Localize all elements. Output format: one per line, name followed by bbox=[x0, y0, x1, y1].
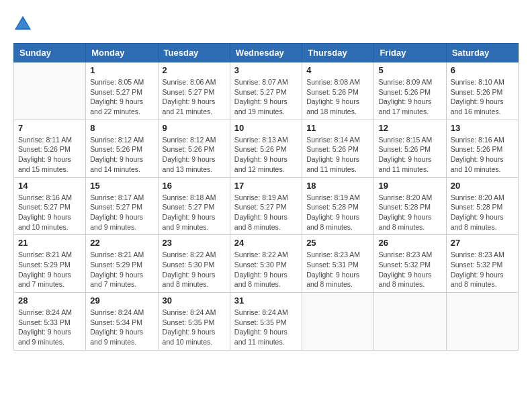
day-number: 23 bbox=[163, 238, 226, 248]
calendar-cell: 12Sunrise: 8:15 AM Sunset: 5:26 PM Dayli… bbox=[374, 120, 446, 177]
day-number: 22 bbox=[90, 238, 153, 248]
day-number: 29 bbox=[90, 295, 153, 306]
calendar-cell: 23Sunrise: 8:22 AM Sunset: 5:30 PM Dayli… bbox=[158, 235, 230, 293]
calendar-week-row-3: 14Sunrise: 8:16 AM Sunset: 5:27 PM Dayli… bbox=[14, 177, 519, 235]
calendar-cell: 13Sunrise: 8:16 AM Sunset: 5:26 PM Dayli… bbox=[446, 120, 518, 177]
calendar-cell: 20Sunrise: 8:20 AM Sunset: 5:28 PM Dayli… bbox=[446, 177, 518, 235]
calendar-cell: 6Sunrise: 8:10 AM Sunset: 5:26 PM Daylig… bbox=[446, 62, 518, 120]
weekday-header-wednesday: Wednesday bbox=[230, 44, 302, 62]
day-info: Sunrise: 8:22 AM Sunset: 5:30 PM Dayligh… bbox=[234, 250, 298, 289]
calendar-cell: 27Sunrise: 8:23 AM Sunset: 5:32 PM Dayli… bbox=[446, 235, 518, 293]
calendar-cell: 21Sunrise: 8:21 AM Sunset: 5:29 PM Dayli… bbox=[14, 235, 86, 293]
day-info: Sunrise: 8:06 AM Sunset: 5:27 PM Dayligh… bbox=[163, 77, 226, 117]
calendar-week-row-5: 28Sunrise: 8:24 AM Sunset: 5:33 PM Dayli… bbox=[14, 293, 519, 351]
day-number: 10 bbox=[234, 123, 298, 133]
day-info: Sunrise: 8:16 AM Sunset: 5:27 PM Dayligh… bbox=[18, 193, 81, 232]
weekday-header-sunday: Sunday bbox=[14, 44, 86, 62]
calendar-cell bbox=[302, 293, 374, 351]
day-number: 9 bbox=[163, 123, 226, 133]
calendar-cell: 4Sunrise: 8:08 AM Sunset: 5:26 PM Daylig… bbox=[302, 62, 374, 120]
weekday-header-thursday: Thursday bbox=[302, 44, 374, 62]
day-number: 27 bbox=[451, 238, 514, 248]
svg-marker-1 bbox=[16, 18, 30, 28]
calendar-cell: 17Sunrise: 8:19 AM Sunset: 5:27 PM Dayli… bbox=[230, 177, 302, 235]
day-info: Sunrise: 8:24 AM Sunset: 5:35 PM Dayligh… bbox=[234, 308, 298, 347]
day-info: Sunrise: 8:21 AM Sunset: 5:29 PM Dayligh… bbox=[90, 250, 153, 289]
day-number: 15 bbox=[90, 181, 153, 191]
day-number: 14 bbox=[18, 181, 81, 191]
calendar-cell: 25Sunrise: 8:23 AM Sunset: 5:31 PM Dayli… bbox=[302, 235, 374, 293]
day-info: Sunrise: 8:07 AM Sunset: 5:27 PM Dayligh… bbox=[234, 77, 298, 117]
calendar-cell: 5Sunrise: 8:09 AM Sunset: 5:26 PM Daylig… bbox=[374, 62, 446, 120]
day-number: 24 bbox=[234, 238, 298, 248]
weekday-header-friday: Friday bbox=[374, 44, 446, 62]
calendar-cell: 1Sunrise: 8:05 AM Sunset: 5:27 PM Daylig… bbox=[86, 62, 158, 120]
day-info: Sunrise: 8:20 AM Sunset: 5:28 PM Dayligh… bbox=[378, 193, 441, 232]
day-info: Sunrise: 8:16 AM Sunset: 5:26 PM Dayligh… bbox=[451, 135, 514, 175]
day-number: 30 bbox=[163, 295, 226, 306]
day-number: 20 bbox=[451, 181, 514, 191]
day-number: 8 bbox=[90, 123, 153, 133]
day-info: Sunrise: 8:24 AM Sunset: 5:35 PM Dayligh… bbox=[163, 308, 226, 347]
calendar-week-row-2: 7Sunrise: 8:11 AM Sunset: 5:26 PM Daylig… bbox=[14, 120, 519, 177]
day-number: 26 bbox=[378, 238, 441, 248]
day-info: Sunrise: 8:09 AM Sunset: 5:26 PM Dayligh… bbox=[378, 77, 441, 117]
day-number: 7 bbox=[18, 123, 81, 133]
day-info: Sunrise: 8:12 AM Sunset: 5:26 PM Dayligh… bbox=[163, 135, 226, 175]
calendar-cell: 15Sunrise: 8:17 AM Sunset: 5:27 PM Dayli… bbox=[86, 177, 158, 235]
day-info: Sunrise: 8:24 AM Sunset: 5:33 PM Dayligh… bbox=[18, 308, 81, 347]
day-info: Sunrise: 8:10 AM Sunset: 5:26 PM Dayligh… bbox=[451, 77, 514, 117]
day-info: Sunrise: 8:23 AM Sunset: 5:32 PM Dayligh… bbox=[451, 250, 514, 289]
day-info: Sunrise: 8:23 AM Sunset: 5:31 PM Dayligh… bbox=[306, 250, 369, 289]
weekday-header-row: SundayMondayTuesdayWednesdayThursdayFrid… bbox=[14, 44, 519, 62]
day-info: Sunrise: 8:18 AM Sunset: 5:27 PM Dayligh… bbox=[163, 193, 226, 232]
calendar-cell: 16Sunrise: 8:18 AM Sunset: 5:27 PM Dayli… bbox=[158, 177, 230, 235]
day-number: 4 bbox=[306, 65, 369, 75]
day-number: 21 bbox=[18, 238, 81, 248]
weekday-header-monday: Monday bbox=[86, 44, 158, 62]
day-info: Sunrise: 8:22 AM Sunset: 5:30 PM Dayligh… bbox=[163, 250, 226, 289]
calendar-cell bbox=[374, 293, 446, 351]
day-number: 6 bbox=[451, 65, 514, 75]
day-number: 19 bbox=[378, 181, 441, 191]
weekday-header-saturday: Saturday bbox=[446, 44, 518, 62]
day-info: Sunrise: 8:23 AM Sunset: 5:32 PM Dayligh… bbox=[378, 250, 441, 289]
calendar-cell: 9Sunrise: 8:12 AM Sunset: 5:26 PM Daylig… bbox=[158, 120, 230, 177]
day-info: Sunrise: 8:21 AM Sunset: 5:29 PM Dayligh… bbox=[18, 250, 81, 289]
day-info: Sunrise: 8:15 AM Sunset: 5:26 PM Dayligh… bbox=[378, 135, 441, 175]
day-number: 5 bbox=[378, 65, 441, 75]
day-info: Sunrise: 8:19 AM Sunset: 5:28 PM Dayligh… bbox=[306, 193, 369, 232]
day-info: Sunrise: 8:19 AM Sunset: 5:27 PM Dayligh… bbox=[234, 193, 298, 232]
calendar-cell: 22Sunrise: 8:21 AM Sunset: 5:29 PM Dayli… bbox=[86, 235, 158, 293]
calendar-cell: 14Sunrise: 8:16 AM Sunset: 5:27 PM Dayli… bbox=[14, 177, 86, 235]
calendar-cell: 18Sunrise: 8:19 AM Sunset: 5:28 PM Dayli… bbox=[302, 177, 374, 235]
day-number: 16 bbox=[163, 181, 226, 191]
day-info: Sunrise: 8:05 AM Sunset: 5:27 PM Dayligh… bbox=[90, 77, 153, 117]
page-header bbox=[13, 13, 519, 32]
calendar-cell bbox=[446, 293, 518, 351]
calendar-cell: 7Sunrise: 8:11 AM Sunset: 5:26 PM Daylig… bbox=[14, 120, 86, 177]
logo-icon bbox=[13, 13, 32, 32]
day-info: Sunrise: 8:24 AM Sunset: 5:34 PM Dayligh… bbox=[90, 308, 153, 347]
day-number: 31 bbox=[234, 295, 298, 306]
day-number: 18 bbox=[306, 181, 369, 191]
calendar-cell: 28Sunrise: 8:24 AM Sunset: 5:33 PM Dayli… bbox=[14, 293, 86, 351]
calendar-cell: 2Sunrise: 8:06 AM Sunset: 5:27 PM Daylig… bbox=[158, 62, 230, 120]
calendar-cell: 24Sunrise: 8:22 AM Sunset: 5:30 PM Dayli… bbox=[230, 235, 302, 293]
calendar-week-row-1: 1Sunrise: 8:05 AM Sunset: 5:27 PM Daylig… bbox=[14, 62, 519, 120]
day-number: 17 bbox=[234, 181, 298, 191]
calendar-cell bbox=[14, 62, 86, 120]
day-number: 12 bbox=[378, 123, 441, 133]
day-info: Sunrise: 8:08 AM Sunset: 5:26 PM Dayligh… bbox=[306, 77, 369, 117]
day-info: Sunrise: 8:20 AM Sunset: 5:28 PM Dayligh… bbox=[451, 193, 514, 232]
calendar-table: SundayMondayTuesdayWednesdayThursdayFrid… bbox=[13, 43, 519, 351]
calendar-cell: 29Sunrise: 8:24 AM Sunset: 5:34 PM Dayli… bbox=[86, 293, 158, 351]
calendar-cell: 26Sunrise: 8:23 AM Sunset: 5:32 PM Dayli… bbox=[374, 235, 446, 293]
calendar-cell: 30Sunrise: 8:24 AM Sunset: 5:35 PM Dayli… bbox=[158, 293, 230, 351]
day-info: Sunrise: 8:13 AM Sunset: 5:26 PM Dayligh… bbox=[234, 135, 298, 175]
calendar-cell: 11Sunrise: 8:14 AM Sunset: 5:26 PM Dayli… bbox=[302, 120, 374, 177]
day-info: Sunrise: 8:11 AM Sunset: 5:26 PM Dayligh… bbox=[18, 135, 81, 175]
calendar-cell: 19Sunrise: 8:20 AM Sunset: 5:28 PM Dayli… bbox=[374, 177, 446, 235]
day-number: 3 bbox=[234, 65, 298, 75]
day-info: Sunrise: 8:17 AM Sunset: 5:27 PM Dayligh… bbox=[90, 193, 153, 232]
